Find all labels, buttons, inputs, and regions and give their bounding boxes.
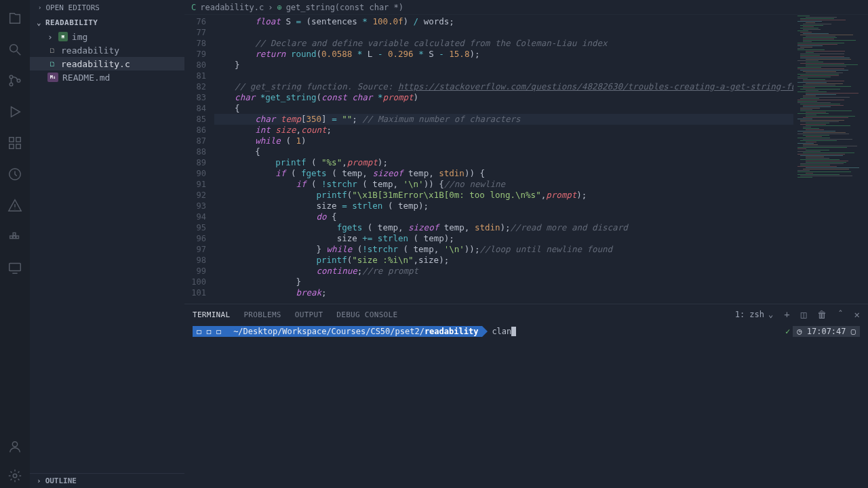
terminal-command: clan (492, 327, 511, 336)
close-panel-icon[interactable]: ✕ (854, 309, 860, 320)
line-gutter: 7677787980818283848586878889909192939495… (184, 15, 214, 304)
tab-debug-console[interactable]: DEBUG CONSOLE (336, 310, 397, 319)
tab-output[interactable]: OUTPUT (295, 310, 323, 319)
terminal-selector[interactable]: 1: zsh ⌄ (735, 310, 774, 319)
svg-rect-4 (9, 138, 14, 142)
tree-label: readability.c (61, 59, 130, 69)
outline-label: OUTLINE (45, 476, 77, 485)
svg-point-0 (10, 45, 18, 52)
tree-file-readme[interactable]: M↓ README.md (30, 70, 184, 84)
check-icon: ✓ (785, 327, 790, 336)
folder-icon: ▣ (58, 32, 68, 41)
svg-point-1 (9, 75, 13, 79)
terminal[interactable]: ◻ ◻ ◻ ~/Desktop/Workspace/Courses/CS50/p… (184, 325, 868, 488)
debug-icon[interactable] (7, 104, 23, 120)
test-icon[interactable] (7, 166, 23, 182)
minimap[interactable] (793, 15, 868, 304)
svg-point-14 (12, 442, 17, 447)
svg-rect-9 (10, 236, 13, 239)
c-file-icon: C (191, 3, 196, 12)
svg-rect-6 (9, 144, 14, 148)
md-file-icon: M↓ (47, 73, 58, 82)
extensions-icon[interactable] (7, 135, 23, 151)
project-name: READABILITY (45, 18, 98, 27)
file-tree: ▣ img 🗋 readability 🗋 readability.c M↓ R… (30, 30, 184, 473)
svg-point-15 (13, 474, 17, 478)
panel-tabs: TERMINAL PROBLEMS OUTPUT DEBUG CONSOLE 1… (184, 304, 868, 325)
breadcrumb[interactable]: C readability.c › ⊕ get_string(const cha… (184, 0, 868, 15)
prompt-segment-path: ~/Desktop/Workspace/Courses/CS50/pset2/r… (225, 326, 482, 337)
tab-problems[interactable]: PROBLEMS (243, 310, 281, 319)
explorer-icon[interactable] (7, 10, 23, 26)
docker-icon[interactable] (7, 228, 23, 245)
tree-label: readability (61, 45, 119, 56)
chevron-down-icon: ⌄ (37, 18, 41, 27)
prompt-right: ✓ ◷ 17:07:47 ▢ (785, 326, 860, 337)
outline-section[interactable]: › OUTLINE (30, 473, 184, 488)
svg-point-2 (9, 83, 13, 86)
breadcrumb-symbol: get_string(const char *) (286, 3, 403, 12)
function-icon: ⊕ (277, 3, 281, 12)
new-terminal-icon[interactable]: + (784, 309, 789, 320)
file-icon: 🗋 (47, 45, 57, 55)
search-icon[interactable] (7, 41, 23, 58)
activity-bar (0, 0, 30, 488)
kill-terminal-icon[interactable]: 🗑 (817, 309, 827, 320)
tree-label: README.md (62, 73, 110, 83)
project-section[interactable]: ⌄ READABILITY (30, 15, 184, 30)
svg-rect-11 (16, 236, 19, 239)
svg-rect-13 (9, 264, 21, 271)
terminal-name: 1: zsh (735, 310, 764, 319)
prompt-segment-status: ◻ ◻ ◻ (193, 326, 225, 337)
remote-icon[interactable] (7, 260, 23, 276)
sidebar: › OPEN EDITORS ⌄ READABILITY ▣ img 🗋 rea… (30, 0, 184, 488)
svg-rect-7 (16, 144, 20, 148)
c-file-icon: 🗋 (47, 59, 57, 68)
clock-badge: ◷ 17:07:47 ▢ (793, 326, 860, 337)
warning-icon[interactable] (7, 197, 23, 214)
svg-rect-10 (13, 236, 16, 239)
tree-folder-img[interactable]: ▣ img (30, 30, 184, 43)
chevron-down-icon: ⌄ (768, 310, 773, 319)
tree-label: img (72, 32, 87, 42)
source-control-icon[interactable] (7, 73, 23, 89)
breadcrumb-separator: › (268, 3, 273, 12)
breadcrumb-file: readability.c (200, 3, 264, 12)
accounts-icon[interactable] (7, 439, 23, 455)
svg-rect-12 (13, 233, 16, 236)
main: C readability.c › ⊕ get_string(const cha… (184, 0, 868, 488)
tree-file-readability[interactable]: 🗋 readability (30, 43, 184, 57)
svg-rect-5 (16, 138, 20, 142)
open-editors-label: OPEN EDITORS (45, 3, 99, 12)
terminal-cursor (511, 327, 516, 336)
chevron-right-icon: › (37, 476, 41, 485)
open-editors-section[interactable]: › OPEN EDITORS (30, 0, 184, 15)
editor[interactable]: 7677787980818283848586878889909192939495… (184, 15, 868, 304)
gear-icon[interactable] (7, 468, 23, 484)
maximize-panel-icon[interactable]: ˆ (837, 309, 843, 320)
chevron-right-icon: › (38, 4, 41, 11)
split-terminal-icon[interactable]: ◫ (801, 309, 806, 320)
panel: TERMINAL PROBLEMS OUTPUT DEBUG CONSOLE 1… (184, 304, 868, 488)
tab-terminal[interactable]: TERMINAL (193, 310, 230, 319)
code-area[interactable]: float S = (sentences * 100.0f) / words; … (214, 15, 793, 304)
tree-file-readability-c[interactable]: 🗋 readability.c (30, 57, 184, 70)
